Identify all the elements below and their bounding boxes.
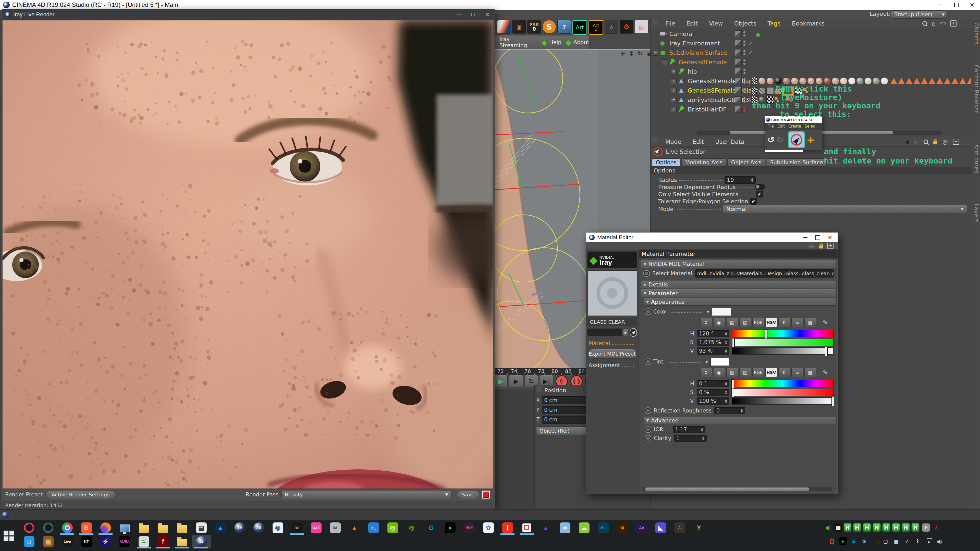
clarity-field[interactable]: 1▲▼ [674,435,707,442]
tint-picker-mode[interactable]: ▨ [739,368,751,377]
minimize-icon[interactable]: — [452,11,466,18]
picnic-basket[interactable]: ▤ [38,535,58,548]
home-icon[interactable]: ⌂ [932,20,935,27]
tint-picker-mode[interactable]: ◉ [713,368,725,377]
iray-streaming-button[interactable]: Iray Streaming [500,36,536,48]
clarity-radio[interactable] [645,435,651,441]
color-s-field[interactable]: 1.075 %▲▼ [697,339,729,346]
material-tag[interactable] [824,77,831,85]
mediafire[interactable]: ☁ [574,521,593,534]
calculator-tool[interactable]: ▦ [635,20,649,34]
position-field[interactable]: 0 cm▲▼ [542,416,592,424]
firefox[interactable] [96,521,115,534]
thunder-app[interactable]: ⚡ [96,535,115,548]
polygon-selection-tag-icon[interactable] [751,77,757,85]
menu-item[interactable]: Mode [660,138,687,145]
selection-tag[interactable] [967,78,971,84]
hdd-sentinel-icon[interactable]: H [912,523,920,532]
green-sphere-tray[interactable]: ● [838,536,848,546]
tint-h-field[interactable]: 0 °▲▼ [697,380,729,387]
preview-type-field[interactable] [587,329,622,336]
layer-swatch[interactable] [735,49,741,56]
material-preview[interactable] [587,270,637,316]
tint-s-field[interactable]: 0 %▲▼ [697,389,729,396]
tint-picker-mode[interactable]: K [778,368,790,377]
visibility-dots[interactable] [743,97,746,103]
hdd-sentinel-icon[interactable]: H [873,523,881,532]
defender-tray[interactable]: ⚠ [870,536,880,546]
folder-apps[interactable] [172,521,192,534]
selection-tag[interactable] [944,78,951,84]
stop-render-button[interactable] [482,491,490,499]
material-editor-scrollbar[interactable] [641,487,832,491]
expander-icon[interactable] [671,106,676,112]
layer-swatch[interactable] [735,30,741,37]
tint-picker-mode[interactable]: HSV [765,368,777,377]
tropical-app[interactable]: Y [689,521,708,534]
art-tool[interactable]: Art [573,20,587,35]
visibility-dots[interactable] [743,41,746,46]
psr-tool[interactable]: PSR 0 [527,20,541,34]
eyedropper-icon[interactable]: ✎ [823,369,828,376]
after-effects[interactable]: Ae [632,521,651,534]
tint-picker-mode[interactable]: RGB [752,368,764,377]
render-queue-tool[interactable]: ⚙ [620,20,633,34]
menu-item[interactable]: Bookmarks [786,20,830,27]
chrome[interactable] [58,521,77,534]
nvidia-tray[interactable]: ◎ [823,522,833,533]
powershell[interactable]: ≻_ [364,521,383,534]
add-icon[interactable]: + [953,139,959,145]
export-mdl-button[interactable]: Export MDL Preset [588,349,636,359]
visibility-dots[interactable] [743,59,746,65]
rail-tab[interactable]: Objects [974,22,980,44]
layer-swatch[interactable] [735,40,741,47]
frame-tool[interactable] [517,521,536,534]
restore-icon[interactable] [948,0,964,10]
object-tree-row[interactable]: Iray Environment ✓ [651,38,972,48]
layer-swatch[interactable] [735,59,741,65]
select-material-radio[interactable] [643,270,650,277]
add-icon[interactable]: + [950,21,956,27]
maximize-icon[interactable] [811,233,824,241]
nav-icon[interactable]: ◀▶ [807,243,815,249]
color-picker-mode[interactable]: ▧ [726,318,738,327]
hdd-sentinel-icon[interactable]: H [892,523,900,532]
undo-icon[interactable]: ↺ [767,135,775,145]
afterburner-tray[interactable]: ∧ [931,522,942,533]
layer-swatch[interactable] [735,87,741,94]
material-tag[interactable] [864,77,872,85]
aura-sync[interactable]: AURA [115,535,134,548]
cinema4d[interactable]: ◉ [268,521,287,534]
merge-tool[interactable]: Y [605,20,618,34]
material-tag[interactable] [767,87,774,95]
color-picker-mode[interactable]: ≡ [791,318,803,327]
davinci-resolve[interactable]: ∴ [670,521,689,534]
save-button[interactable]: Save [457,490,479,499]
enabled-check-icon[interactable]: ✓ [747,40,754,47]
menu-item[interactable]: View [703,20,729,27]
ableton-live[interactable]: Live [58,535,77,548]
material-tag[interactable] [758,87,765,95]
material-tag[interactable] [775,77,782,85]
color-picker-mode[interactable]: HSV [765,318,777,327]
photoshop[interactable]: Ps [593,521,613,534]
daz-studio[interactable]: DS [287,521,307,534]
red-i-app[interactable]: | [498,521,517,534]
volume-tray[interactable]: ◀) [934,536,944,546]
material-tag[interactable] [856,77,864,85]
material-tag[interactable] [881,77,888,85]
menu-item[interactable]: Edit [681,20,703,27]
search-icon[interactable] [924,140,928,144]
material-tag[interactable] [767,77,774,85]
position-field[interactable]: 0 cm▲▼ [542,396,592,404]
hdd-sentinel-icon[interactable]: H [882,523,891,532]
tint-v-field[interactable]: 100 %▲▼ [697,397,729,405]
install-manager[interactable]: IM [326,521,345,534]
calculator-tray[interactable]: ▦ [833,522,843,533]
this-pc[interactable] [115,521,134,534]
layer-swatch[interactable] [735,106,741,113]
folder-pictures[interactable] [153,521,172,534]
selection-tag[interactable] [959,78,966,84]
object-tree-row[interactable]: Genesis8Female ✓ [651,57,972,67]
polygon-selection-tag-icon[interactable] [751,87,757,95]
